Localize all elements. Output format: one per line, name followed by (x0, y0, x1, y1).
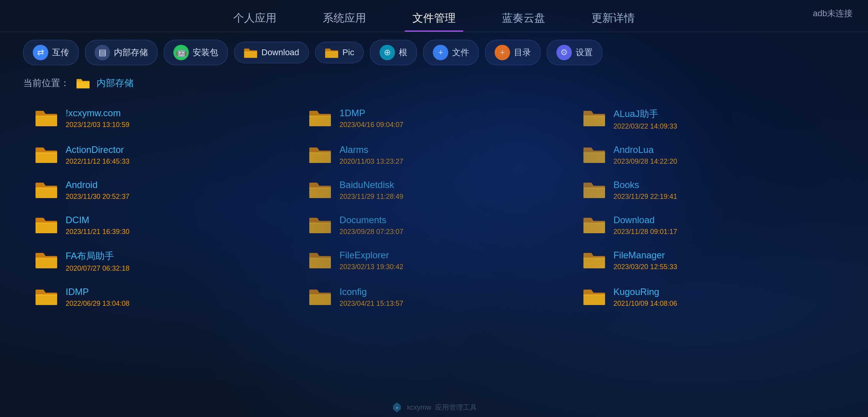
file-item[interactable]: FileExplorer2023/02/13 19:30:42 (297, 243, 571, 280)
file-date: 2023/04/16 09:04:07 (339, 121, 403, 129)
folder-icon (583, 180, 606, 199)
file-name: FA布局助手 (66, 250, 129, 262)
file-date: 2023/09/28 14:22:20 (614, 158, 677, 166)
file-date: 2022/06/29 13:04:08 (66, 300, 129, 308)
file-item[interactable]: Documents2023/09/28 07:23:07 (297, 208, 571, 243)
file-date: 2023/12/03 13:10:59 (66, 121, 129, 129)
folder-icon (35, 108, 58, 127)
folder-icon (309, 286, 332, 306)
file-item[interactable]: KugouRing2021/10/09 14:08:06 (571, 280, 845, 315)
file-item[interactable]: FileManager2023/03/20 12:55:33 (571, 243, 845, 280)
file-item[interactable]: Download2023/11/28 09:01:17 (571, 208, 845, 243)
file-item[interactable]: DCIM2023/11/21 16:39:30 (23, 208, 297, 243)
nav-item-文件管理[interactable]: 文件管理 (405, 7, 463, 32)
folder-icon (309, 144, 332, 164)
file-item[interactable]: !xcxymw.com2023/12/03 13:10:59 (23, 101, 297, 137)
toolbar-btn-内部存储[interactable]: ▤内部存储 (85, 40, 158, 65)
file-info: ActionDirector2022/11/12 16:45:33 (66, 144, 129, 166)
file-date: 2023/11/21 16:39:30 (66, 228, 129, 236)
folder-icon (309, 108, 332, 127)
top-navigation: 个人应用系统应用文件管理蓝奏云盘更新详情adb未连接 (0, 0, 868, 32)
file-name: Documents (339, 215, 403, 225)
location-label: 当前位置： (23, 77, 70, 89)
folder-icon (583, 250, 606, 269)
location-bar: 当前位置： 内部存储 (0, 73, 868, 97)
file-info: Iconfig2023/04/21 15:13:57 (339, 286, 403, 308)
adb-status: adb未连接 (813, 8, 853, 19)
toolbar-btn-安装包[interactable]: 🤖安装包 (164, 40, 228, 65)
toolbar-btn-Download[interactable]: Download (234, 42, 309, 63)
file-info: FileManager2023/03/20 12:55:33 (614, 250, 677, 271)
toolbar-btn-label: 目录 (514, 47, 531, 58)
file-item[interactable]: Alarms2020/11/03 13:23:27 (297, 137, 571, 173)
file-info: Books2023/11/29 22:19:41 (614, 180, 677, 201)
folder-icon (35, 286, 58, 306)
file-item[interactable]: Android2023/11/30 20:52:37 (23, 173, 297, 208)
file-name: ALuaJ助手 (614, 108, 677, 120)
file-info: Documents2023/09/28 07:23:07 (339, 215, 403, 236)
file-item[interactable]: IDMP2022/06/29 13:04:08 (23, 280, 297, 315)
toolbar-btn-label: 根 (399, 47, 407, 58)
plus-icon: + (433, 45, 448, 60)
apk-icon: 🤖 (173, 45, 189, 60)
toolbar-btn-label: 文件 (452, 47, 469, 58)
toolbar-btn-目录[interactable]: +目录 (485, 40, 541, 65)
file-name: Android (66, 180, 129, 190)
toolbar-btn-label: 内部存储 (114, 47, 148, 58)
file-date: 2022/11/12 16:45:33 (66, 158, 129, 166)
folder-icon (583, 144, 606, 164)
svg-text:✦: ✦ (395, 406, 398, 410)
toolbar-btn-文件[interactable]: +文件 (423, 40, 479, 65)
file-name: BaiduNetdisk (339, 180, 403, 190)
toolbar-btn-根[interactable]: ⊕根 (370, 40, 417, 65)
nav-item-个人应用[interactable]: 个人应用 (225, 7, 284, 32)
file-date: 2023/03/20 12:55:33 (614, 263, 677, 271)
file-item[interactable]: ALuaJ助手2022/03/22 14:09:33 (571, 101, 845, 137)
file-info: Alarms2020/11/03 13:23:27 (339, 144, 403, 166)
file-name: Books (614, 180, 677, 190)
file-item[interactable]: BaiduNetdisk2023/11/29 11:28:49 (297, 173, 571, 208)
toolbar-btn-label: Pic (342, 47, 354, 58)
toolbar-btn-label: 互传 (52, 47, 69, 58)
file-item[interactable]: Iconfig2023/04/21 15:13:57 (297, 280, 571, 315)
file-item[interactable]: FA布局助手2020/07/27 06:32:18 (23, 243, 297, 280)
watermark-text: xcxymw (407, 403, 431, 412)
nav-item-蓝奏云盘[interactable]: 蓝奏云盘 (494, 7, 553, 32)
file-info: BaiduNetdisk2023/11/29 11:28:49 (339, 180, 403, 201)
file-item[interactable]: AndroLua2023/09/28 14:22:20 (571, 137, 845, 173)
file-name: ActionDirector (66, 144, 129, 155)
folder-icon (309, 180, 332, 199)
file-item[interactable]: 1DMP2023/04/16 09:04:07 (297, 101, 571, 137)
storage-icon: ▤ (95, 45, 110, 60)
file-date: 2023/11/29 22:19:41 (614, 193, 677, 201)
location-folder-icon (76, 77, 90, 89)
file-name: Iconfig (339, 286, 403, 297)
nav-item-系统应用[interactable]: 系统应用 (315, 7, 374, 32)
file-date: 2023/11/29 11:28:49 (339, 193, 403, 201)
file-info: 1DMP2023/04/16 09:04:07 (339, 108, 403, 129)
file-name: Alarms (339, 144, 403, 155)
file-info: ALuaJ助手2022/03/22 14:09:33 (614, 108, 677, 131)
folder-icon (583, 108, 606, 127)
gear-icon: ⚙ (556, 45, 572, 60)
folder-icon (35, 144, 58, 164)
file-item[interactable]: Books2023/11/29 22:19:41 (571, 173, 845, 208)
toolbar-btn-Pic[interactable]: Pic (315, 42, 364, 63)
file-name: DCIM (66, 215, 129, 225)
folder-icon (309, 250, 332, 269)
file-date: 2020/07/27 06:32:18 (66, 264, 129, 273)
file-name: FileManager (614, 250, 677, 261)
file-info: Android2023/11/30 20:52:37 (66, 180, 129, 201)
toolbar-btn-label: 安装包 (193, 47, 218, 58)
folder-icon (35, 250, 58, 269)
file-item[interactable]: ActionDirector2022/11/12 16:45:33 (23, 137, 297, 173)
toolbar-btn-设置[interactable]: ⚙设置 (547, 40, 602, 65)
file-info: Download2023/11/28 09:01:17 (614, 215, 677, 236)
file-name: 1DMP (339, 108, 403, 119)
nav-item-更新详情[interactable]: 更新详情 (584, 7, 643, 32)
file-info: AndroLua2023/09/28 14:22:20 (614, 144, 677, 166)
watermark-subtext: 应用管理工具 (435, 403, 477, 412)
toolbar-btn-互传[interactable]: ⇄互传 (23, 40, 79, 65)
folder-icon (583, 286, 606, 306)
file-date: 2023/09/28 07:23:07 (339, 228, 403, 236)
